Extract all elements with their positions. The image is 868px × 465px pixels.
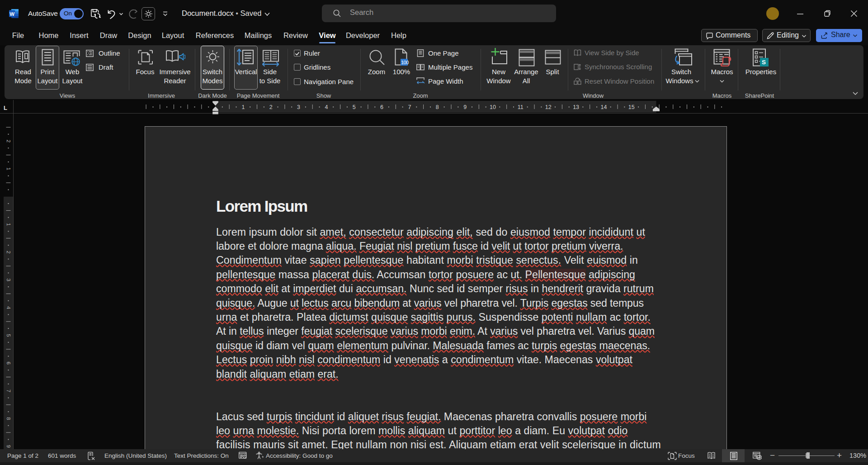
- svg-text:6: 6: [380, 104, 383, 110]
- svg-text:9: 9: [463, 104, 467, 110]
- svg-text:4: 4: [325, 104, 328, 110]
- svg-text:14: 14: [600, 104, 607, 110]
- svg-text:5: 5: [6, 334, 11, 337]
- svg-text:5: 5: [353, 104, 356, 110]
- svg-text:9: 9: [6, 445, 11, 448]
- svg-text:15: 15: [628, 104, 635, 110]
- svg-text:2: 2: [6, 251, 11, 253]
- svg-text:12: 12: [545, 104, 552, 110]
- svg-text:7: 7: [408, 104, 411, 110]
- svg-text:13: 13: [573, 104, 579, 110]
- svg-text:1: 1: [6, 167, 11, 170]
- svg-text:11: 11: [518, 104, 524, 110]
- svg-text:1: 1: [241, 104, 245, 110]
- svg-text:4: 4: [6, 306, 11, 309]
- svg-text:8: 8: [436, 104, 439, 110]
- svg-text:8: 8: [6, 417, 11, 420]
- svg-text:2: 2: [6, 140, 11, 142]
- svg-text:3: 3: [297, 104, 300, 110]
- svg-text:10: 10: [490, 104, 496, 110]
- svg-text:7: 7: [6, 389, 11, 392]
- svg-text:2: 2: [269, 104, 273, 110]
- svg-text:3: 3: [6, 279, 11, 281]
- svg-text:6: 6: [6, 362, 11, 365]
- svg-text:1: 1: [6, 223, 11, 226]
